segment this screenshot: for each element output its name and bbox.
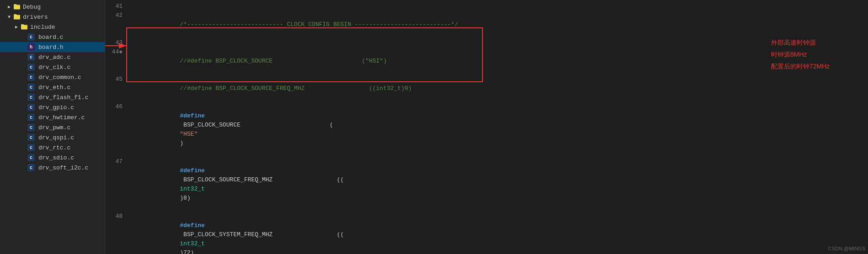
c-file-icon: c — [27, 84, 35, 91]
line-number: 47 — [105, 157, 128, 212]
line-number: 41 — [105, 2, 128, 11]
sidebar-item-drv-qspi[interactable]: c drv_qspi.c — [0, 132, 105, 143]
folder-icon — [13, 13, 21, 21]
line-number: 46 — [105, 102, 128, 157]
arrow-icon: ▶ — [13, 24, 20, 30]
sidebar-item-label: drv_flash_f1.c — [38, 94, 88, 101]
type-token: int32_t — [180, 240, 205, 247]
sidebar-item-label: board.c — [38, 34, 64, 41]
sidebar-item-board-h[interactable]: h board.h — [0, 42, 105, 52]
c-file-icon: c — [27, 124, 35, 131]
code-text: BSP_CLOCK_SOURCE_FREQ_MHZ (( — [180, 176, 344, 183]
sidebar-item-board-c[interactable]: c board.c — [0, 32, 105, 42]
code-text: )72) — [180, 249, 194, 254]
c-file-icon: c — [27, 33, 35, 41]
line-code: //#define BSP_CLOCK_SOURCE_FREQ_MHZ ((in… — [128, 75, 767, 102]
table-row: 45 //#define BSP_CLOCK_SOURCE_FREQ_MHZ (… — [105, 75, 767, 102]
table-row: 46 #define BSP_CLOCK_SOURCE ( "HSE" ) — [105, 102, 767, 157]
sidebar-item-drv-flash[interactable]: c drv_flash_f1.c — [0, 92, 105, 102]
disabled-comment: //#define BSP_CLOCK_SOURCE_FREQ_MHZ ((in… — [180, 85, 412, 92]
annotation-line-2: 时钟源8MHz — [771, 48, 868, 60]
c-file-icon: c — [27, 164, 35, 171]
sidebar-item-label: include — [30, 24, 55, 31]
comment-token: /*--------------------------- CLOCK CONF… — [180, 21, 458, 28]
table-row: 44◈ //#define BSP_CLOCK_SOURCE ("HSI") — [105, 48, 767, 75]
line-code: /*--------------------------- CLOCK CONF… — [128, 11, 767, 38]
code-text: BSP_CLOCK_SOURCE ( — [180, 122, 333, 128]
annotation-line-1: 外部高速时钟源 — [771, 37, 868, 48]
table-row: 48 #define BSP_CLOCK_SYSTEM_FREQ_MHZ (( … — [105, 212, 767, 254]
arrow-icon: ▼ — [5, 15, 13, 20]
c-file-icon: c — [27, 104, 35, 111]
c-file-icon: c — [27, 74, 35, 81]
code-table: 41 42 /*--------------------------- CLOC… — [105, 2, 767, 254]
sidebar-item-label: drv_sdio.c — [38, 154, 74, 161]
sidebar-item-label: drv_rtc.c — [38, 144, 70, 151]
table-row: 43 — [105, 38, 767, 48]
table-row: 41 — [105, 2, 767, 11]
line-number: 44◈ — [105, 48, 128, 75]
sidebar-item-label: drv_common.c — [38, 74, 81, 81]
sidebar-item-label: drv_clk.c — [38, 64, 70, 71]
sidebar-item-label: drivers — [23, 14, 48, 21]
sidebar-item-drv-rtc[interactable]: c drv_rtc.c — [0, 143, 105, 153]
table-row: 42 /*--------------------------- CLOCK C… — [105, 11, 767, 38]
table-row: 47 #define BSP_CLOCK_SOURCE_FREQ_MHZ (( … — [105, 157, 767, 212]
line-code: //#define BSP_CLOCK_SOURCE ("HSI") — [128, 48, 767, 75]
sidebar-item-label: drv_hwtimer.c — [38, 114, 85, 121]
line-code: #define BSP_CLOCK_SYSTEM_FREQ_MHZ (( int… — [128, 212, 767, 254]
line-number: 48 — [105, 212, 128, 254]
c-file-icon: c — [27, 53, 35, 61]
c-file-icon: c — [27, 144, 35, 151]
sidebar-item-include[interactable]: ▶ include — [0, 22, 105, 32]
disabled-comment: //#define BSP_CLOCK_SOURCE ("HSI") — [180, 58, 386, 64]
line-number: 42 — [105, 11, 128, 38]
line-number: 43 — [105, 38, 128, 48]
define-keyword: #define — [180, 112, 205, 119]
sidebar-item-label: drv_pwm.c — [38, 124, 70, 131]
sidebar-item-label: drv_soft_i2c.c — [38, 164, 88, 171]
line-number: 45 — [105, 75, 128, 102]
define-keyword: #define — [180, 222, 205, 229]
sidebar-item-label: drv_adc.c — [38, 54, 70, 61]
file-tree: ▶ Debug ▼ drivers ▶ include c board.c h … — [0, 0, 105, 254]
code-editor[interactable]: 41 42 /*--------------------------- CLOC… — [105, 0, 767, 254]
annotation-line-3: 配置后的时钟72MHz — [771, 60, 868, 72]
code-text: ) — [180, 140, 183, 147]
h-file-icon: h — [27, 43, 35, 51]
sidebar-item-label: drv_gpio.c — [38, 104, 74, 111]
string-token: "HSE" — [180, 131, 198, 138]
sidebar-item-drv-pwm[interactable]: c drv_pwm.c — [0, 122, 105, 132]
arrow-icon: ▶ — [5, 4, 13, 10]
sidebar-item-label: board.h — [38, 44, 64, 51]
sidebar-item-drv-common[interactable]: c drv_common.c — [0, 72, 105, 82]
sidebar-item-drv-adc[interactable]: c drv_adc.c — [0, 52, 105, 62]
sidebar-item-label: drv_qspi.c — [38, 134, 74, 141]
line-code: #define BSP_CLOCK_SOURCE_FREQ_MHZ (( int… — [128, 157, 767, 212]
sidebar-item-drv-clk[interactable]: c drv_clk.c — [0, 62, 105, 72]
c-file-icon: c — [27, 64, 35, 71]
annotation-panel: 外部高速时钟源 时钟源8MHz 配置后的时钟72MHz CSDN @MINGS — [767, 0, 868, 254]
sidebar-item-drv-eth[interactable]: c drv_eth.c — [0, 82, 105, 92]
sidebar-item-debug[interactable]: ▶ Debug — [0, 2, 105, 12]
folder-icon — [20, 23, 28, 31]
sidebar-item-label: Debug — [23, 4, 41, 11]
sidebar-item-label: drv_eth.c — [38, 84, 70, 91]
sidebar-item-drv-gpio[interactable]: c drv_gpio.c — [0, 102, 105, 112]
c-file-icon: c — [27, 94, 35, 101]
sidebar-item-drv-hwtimer[interactable]: c drv_hwtimer.c — [0, 112, 105, 122]
define-keyword: #define — [180, 167, 205, 174]
main-content: 41 42 /*--------------------------- CLOC… — [105, 0, 868, 254]
sidebar-item-drv-soft-i2c[interactable]: c drv_soft_i2c.c — [0, 163, 105, 173]
line-code — [128, 38, 767, 48]
c-file-icon: c — [27, 134, 35, 141]
folder-icon — [13, 3, 21, 11]
line-code: #define BSP_CLOCK_SOURCE ( "HSE" ) — [128, 102, 767, 157]
watermark-text: CSDN @MINGS — [828, 246, 865, 251]
line-code — [128, 2, 767, 11]
c-file-icon: c — [27, 154, 35, 161]
sidebar-item-drivers[interactable]: ▼ drivers — [0, 12, 105, 22]
c-file-icon: c — [27, 114, 35, 121]
code-text: BSP_CLOCK_SYSTEM_FREQ_MHZ (( — [180, 231, 344, 238]
sidebar-item-drv-sdio[interactable]: c drv_sdio.c — [0, 153, 105, 163]
